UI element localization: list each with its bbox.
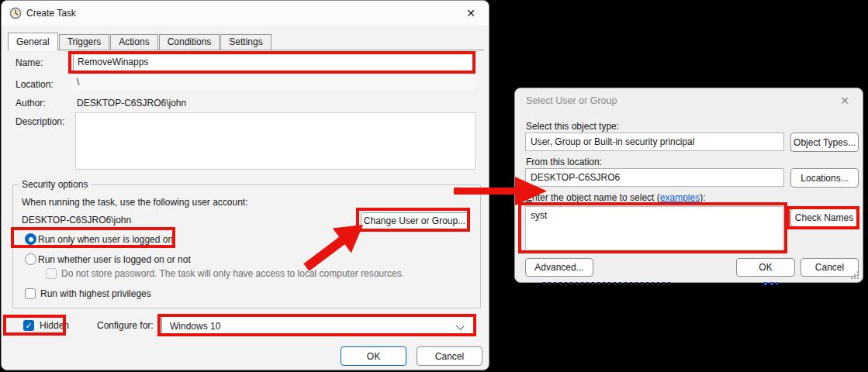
ok-button[interactable]: OK — [341, 346, 406, 366]
configure-for-value: Windows 10 — [170, 321, 220, 332]
configure-for-label: Configure for: — [97, 320, 154, 331]
tab-conditions[interactable]: Conditions — [159, 34, 220, 50]
create-task-titlebar: Create Task ✕ — [2, 1, 489, 26]
checkbox-no-password-label: Do not store password. The task will onl… — [61, 268, 404, 279]
close-icon[interactable]: ✕ — [462, 5, 479, 21]
security-options-legend: Security options — [19, 179, 91, 190]
advanced-button[interactable]: Advanced... — [525, 258, 593, 277]
checkbox-highest-privileges[interactable] — [25, 288, 36, 299]
dialog-title: Select User or Group — [526, 95, 617, 106]
from-location-field: DESKTOP-C6SJRO6 — [525, 168, 784, 187]
tab-strip: General Triggers Actions Conditions Sett… — [8, 33, 484, 50]
tab-settings[interactable]: Settings — [220, 34, 271, 50]
name-input[interactable]: RemoveWinapps — [73, 53, 475, 72]
tab-triggers[interactable]: Triggers — [59, 34, 110, 50]
enter-object-name-label: Enter the object name to select (example… — [526, 192, 705, 203]
ok-button[interactable]: OK — [736, 258, 795, 277]
clipped-background-text — [543, 282, 671, 285]
access-key: E — [526, 192, 532, 203]
tab-general[interactable]: General — [8, 33, 58, 50]
author-value: DESKTOP-C6SJRO6\john — [77, 98, 186, 108]
radio-run-whether-logged-on[interactable] — [25, 253, 36, 265]
description-textarea[interactable] — [75, 112, 475, 170]
enter-object-name-text: nter the object name to select ( — [532, 192, 660, 203]
checkbox-no-password — [46, 268, 57, 279]
screen: Create Task ✕ General Triggers Actions C… — [0, 0, 868, 372]
clipped-background-link — [764, 282, 778, 285]
create-task-dialog: Create Task ✕ General Triggers Actions C… — [1, 0, 489, 370]
object-types-button[interactable]: Object Types... — [790, 133, 859, 152]
object-type-field: User, Group or Built-in security princip… — [525, 133, 784, 151]
account-value: DESKTOP-C6SJRO6\john — [22, 215, 131, 226]
dialog-title: Create Task — [26, 8, 76, 19]
account-hint: When running the task, use the following… — [22, 197, 248, 208]
location-label: Location: — [16, 79, 54, 90]
select-user-or-group-dialog: Select User or Group ✕ Select this objec… — [514, 88, 863, 283]
name-label: Name: — [16, 57, 43, 68]
task-scheduler-clock-icon — [9, 7, 22, 22]
configure-for-dropdown[interactable]: Windows 10 — [161, 315, 476, 336]
cancel-button[interactable]: Cancel — [801, 258, 859, 277]
enter-object-name-close: ): — [700, 192, 705, 203]
checkbox-hidden-label[interactable]: Hidden — [40, 320, 69, 331]
object-names-textarea[interactable]: syst — [525, 206, 783, 251]
from-location-label: From this location: — [526, 157, 602, 167]
locations-button[interactable]: Locations... — [790, 168, 859, 188]
cancel-button[interactable]: Cancel — [417, 346, 482, 366]
description-label: Description: — [16, 116, 64, 127]
checkbox-hidden[interactable]: ✓ — [23, 320, 34, 331]
tab-actions[interactable]: Actions — [110, 34, 157, 50]
resize-grip[interactable] — [851, 271, 859, 279]
radio-run-only-logged-on-label[interactable]: Run only when user is logged on — [38, 234, 173, 245]
change-user-button[interactable]: Change User or Group... — [361, 212, 469, 229]
radio-run-only-logged-on[interactable] — [25, 233, 36, 245]
radio-run-whether-logged-on-label[interactable]: Run whether user is logged on or not — [38, 254, 191, 265]
check-names-button[interactable]: Check Names — [790, 208, 858, 227]
examples-link[interactable]: examples — [660, 192, 700, 203]
checkbox-highest-privileges-label[interactable]: Run with highest privileges — [40, 288, 151, 299]
chevron-down-icon — [456, 322, 464, 330]
location-value: \ — [73, 75, 475, 91]
close-icon[interactable]: ✕ — [836, 93, 853, 108]
object-type-label: Select this object type: — [526, 121, 619, 132]
author-label: Author: — [16, 98, 46, 108]
select-user-titlebar: Select User or Group ✕ — [515, 88, 863, 113]
